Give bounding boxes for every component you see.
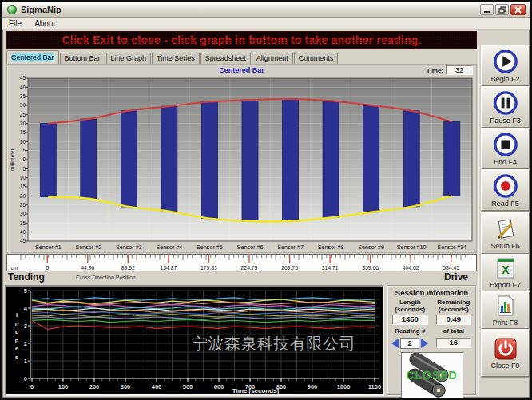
svg-text:179.83: 179.83 <box>200 265 217 271</box>
menu-about[interactable]: About <box>28 19 62 28</box>
svg-text:1000: 1000 <box>337 383 351 390</box>
length-value: 1450 <box>392 315 428 325</box>
reading-previous-arrow[interactable] <box>391 339 399 348</box>
minimize-icon <box>483 6 490 13</box>
svg-text:Sensor #2: Sensor #2 <box>75 244 101 251</box>
print-f8-button[interactable]: Print F8 <box>481 291 530 329</box>
drive-side-label: Drive <box>444 271 468 283</box>
svg-text:44.96: 44.96 <box>81 265 94 271</box>
svg-text:40: 40 <box>20 85 26 90</box>
svg-text:2: 2 <box>24 340 27 347</box>
svg-text:35: 35 <box>20 93 26 99</box>
svg-text:Sensor #14: Sensor #14 <box>437 244 466 251</box>
close-icon <box>514 6 522 14</box>
sidebar-button-label: Export F7 <box>490 281 521 289</box>
svg-text:Sensor #10: Sensor #10 <box>397 244 427 251</box>
close-button[interactable] <box>510 4 526 15</box>
svg-text:30: 30 <box>20 102 26 108</box>
pause-f3-button[interactable]: Pause F3 <box>481 86 530 128</box>
export-f7-button[interactable]: XExport F7 <box>481 254 530 291</box>
svg-text:25: 25 <box>20 202 26 208</box>
svg-text:25: 25 <box>20 112 26 117</box>
tab-spreadsheet[interactable]: Spreadsheet <box>200 53 251 64</box>
centered-bar-chart-panel: Centered Bar Time: 32 454035302520151050… <box>6 64 477 253</box>
begin-f2-button[interactable]: Begin F2 <box>481 45 530 86</box>
nip-status-text: CLOSED <box>402 353 463 398</box>
svg-text:s: s <box>15 354 18 361</box>
svg-text:500: 500 <box>183 383 193 390</box>
tending-time-series-chart[interactable]: 0100200300400500600700800900100011000123… <box>6 287 383 394</box>
svg-text:1: 1 <box>24 358 27 365</box>
tab-bar: Centered BarBottom BarLine GraphTime Ser… <box>6 50 339 64</box>
remaining-header: Remaining (seconds) 0.49 <box>432 299 476 325</box>
remaining-value: 0.49 <box>436 315 472 325</box>
reading-number-value[interactable]: 2 <box>400 338 419 349</box>
time-value: 32 <box>446 65 473 75</box>
svg-text:5: 5 <box>22 166 26 172</box>
close-f9-button[interactable]: Close F9 <box>481 329 530 377</box>
sidebar-button-label: Print F8 <box>493 319 518 327</box>
svg-text:3: 3 <box>24 323 27 330</box>
svg-text:Sensor #3: Sensor #3 <box>116 244 142 251</box>
app-icon <box>7 5 17 14</box>
tab-bottom-bar[interactable]: Bottom Bar <box>60 53 105 64</box>
svg-text:400: 400 <box>152 383 162 390</box>
svg-text:20: 20 <box>20 121 26 126</box>
svg-text:0: 0 <box>22 156 26 162</box>
svg-text:Sensor #9: Sensor #9 <box>358 244 384 251</box>
tab-label: Bottom Bar <box>65 54 101 62</box>
svg-text:45: 45 <box>20 75 26 81</box>
reading-next-arrow[interactable] <box>421 339 428 348</box>
window-title: SigmaNip <box>21 5 62 14</box>
svg-text:1100: 1100 <box>368 383 381 390</box>
setup-icon <box>494 217 518 241</box>
svg-text:100: 100 <box>58 383 69 390</box>
svg-text:30: 30 <box>20 211 26 216</box>
tab-label: Time Series <box>157 54 195 62</box>
svg-text:10: 10 <box>20 139 26 145</box>
menu-file[interactable]: File <box>2 19 28 28</box>
svg-text:Sensor #7: Sensor #7 <box>277 244 304 251</box>
sidebar-button-label: Read F5 <box>491 200 519 208</box>
svg-text:15: 15 <box>20 184 26 189</box>
tending-chart-panel[interactable]: 0100200300400500600700800900100011000123… <box>5 285 384 396</box>
svg-text:15: 15 <box>20 129 26 135</box>
banner-text: Click Exit to close - click graph in bot… <box>62 34 421 46</box>
setup-f6-button[interactable]: Setup F6 <box>481 212 530 254</box>
minimize-button[interactable] <box>480 4 494 15</box>
nip-roller-status-image: CLOSED <box>401 352 463 398</box>
pause-icon <box>493 90 518 116</box>
svg-text:269.75: 269.75 <box>281 265 298 271</box>
svg-text:Sensor #6: Sensor #6 <box>237 244 264 251</box>
sidebar-button-label: Close F9 <box>490 362 519 370</box>
sidebar-button-label: Setup F6 <box>490 242 520 250</box>
restore-button[interactable] <box>495 4 509 15</box>
session-title: Session Information <box>388 288 475 297</box>
svg-text:20: 20 <box>20 193 26 199</box>
tab-centered-bar[interactable]: Centered Bar <box>6 50 59 64</box>
read-f5-button[interactable]: Read F5 <box>481 169 530 211</box>
svg-text:0: 0 <box>30 383 34 390</box>
session-information-panel: Session Information Length (seconds) 145… <box>387 285 477 396</box>
svg-text:200: 200 <box>89 383 100 390</box>
svg-text:10: 10 <box>20 175 26 180</box>
cross-direction-caption: Cross Direction Position <box>76 275 136 280</box>
end-f4-button[interactable]: End F4 <box>481 128 530 169</box>
restore-icon <box>498 6 506 14</box>
title-bar: SigmaNip <box>2 2 530 18</box>
svg-text:900: 900 <box>308 383 318 390</box>
of-total-label: of total <box>432 327 476 335</box>
chart-title: Centered Bar <box>7 66 476 74</box>
svg-text:314.71: 314.71 <box>322 265 339 271</box>
tab-alignment[interactable]: Alignment <box>252 53 293 64</box>
svg-text:600: 600 <box>214 383 224 390</box>
svg-text:40: 40 <box>20 229 26 235</box>
excel-icon: X <box>494 256 518 280</box>
tab-line-graph[interactable]: Line Graph <box>106 53 152 64</box>
application-window: SigmaNip File About Click Exit to close … <box>0 0 532 400</box>
tab-time-series[interactable]: Time Series <box>152 53 200 64</box>
svg-text:millimeter: millimeter <box>10 148 15 171</box>
length-header: Length (seconds) 1450 <box>388 299 432 325</box>
tab-comments[interactable]: Comments <box>294 53 339 64</box>
svg-text:0: 0 <box>46 265 49 271</box>
